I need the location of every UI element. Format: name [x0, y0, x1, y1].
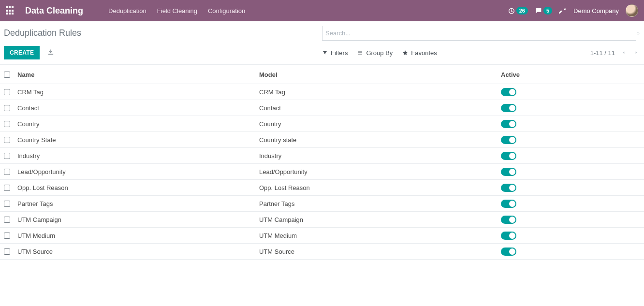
table-row[interactable]: ContactContact: [0, 100, 644, 116]
row-model: Industry: [259, 152, 501, 160]
active-toggle[interactable]: [501, 248, 516, 256]
row-name: Lead/Opportunity: [17, 168, 259, 175]
table-row[interactable]: CRM TagCRM Tag: [0, 84, 644, 100]
row-name: Contact: [17, 104, 259, 112]
nav-left: Data Cleaning Deduplication Field Cleani…: [6, 6, 245, 16]
avatar[interactable]: [626, 4, 638, 17]
list-header: Name Model Active: [0, 65, 644, 84]
favorites-label: Favorites: [411, 49, 437, 57]
table-row[interactable]: Lead/OpportunityLead/Opportunity: [0, 164, 644, 180]
row-checkbox[interactable]: [4, 89, 10, 95]
clock-icon: [508, 7, 515, 15]
table-row[interactable]: Country StateCountry state: [0, 132, 644, 148]
table-row[interactable]: UTM MediumUTM Medium: [0, 228, 644, 244]
download-icon: [47, 49, 54, 56]
row-name: Industry: [17, 152, 259, 160]
row-model: Country state: [259, 136, 501, 144]
col-header-model[interactable]: Model: [259, 71, 501, 78]
pager-prev[interactable]: [620, 49, 628, 57]
row-name: Country State: [17, 136, 259, 144]
select-all-checkbox[interactable]: [4, 72, 10, 78]
apps-icon[interactable]: [6, 6, 15, 15]
control-panel: Deduplication Rules CREATE Filters: [0, 21, 644, 65]
row-checkbox[interactable]: [4, 105, 10, 111]
row-model: Contact: [259, 104, 501, 112]
active-toggle[interactable]: [501, 104, 516, 112]
col-header-active[interactable]: Active: [501, 71, 627, 78]
company-switcher[interactable]: Demo Company: [573, 7, 619, 15]
funnel-icon: [322, 50, 328, 56]
filters-bar: Filters Group By Favorites: [322, 49, 437, 57]
favorites-button[interactable]: Favorites: [402, 49, 437, 57]
row-checkbox[interactable]: [4, 121, 10, 127]
row-checkbox[interactable]: [4, 217, 10, 223]
menu-field-cleaning[interactable]: Field Cleaning: [157, 7, 197, 15]
active-toggle[interactable]: [501, 88, 516, 96]
row-checkbox[interactable]: [4, 137, 10, 143]
pager-next[interactable]: [632, 49, 640, 57]
table-row[interactable]: IndustryIndustry: [0, 148, 644, 164]
row-checkbox[interactable]: [4, 248, 10, 255]
table-row[interactable]: UTM SourceUTM Source: [0, 244, 644, 260]
table-row[interactable]: UTM CampaignUTM Campaign: [0, 212, 644, 228]
wrench-icon[interactable]: [559, 7, 567, 15]
active-toggle[interactable]: [501, 120, 516, 128]
messages-button[interactable]: 5: [535, 7, 552, 15]
chat-icon: [535, 7, 542, 15]
active-toggle[interactable]: [501, 200, 516, 208]
row-name: UTM Medium: [17, 232, 259, 239]
row-model: UTM Source: [259, 248, 501, 255]
pager-text[interactable]: 1-11 / 11: [590, 49, 615, 57]
row-model: Partner Tags: [259, 200, 501, 207]
active-toggle[interactable]: [501, 136, 516, 144]
messages-count: 5: [543, 7, 552, 15]
row-name: Opp. Lost Reason: [17, 184, 259, 191]
list-icon: [357, 50, 363, 56]
pager: 1-11 / 11: [590, 49, 640, 57]
active-toggle[interactable]: [501, 168, 516, 176]
menu-deduplication[interactable]: Deduplication: [108, 7, 146, 15]
row-checkbox[interactable]: [4, 153, 10, 159]
download-button[interactable]: [44, 48, 57, 58]
row-checkbox[interactable]: [4, 169, 10, 175]
app-name[interactable]: Data Cleaning: [25, 6, 83, 16]
nav-right: 26 5 Demo Company: [508, 4, 638, 17]
search-toggle-icon[interactable]: [636, 26, 640, 41]
star-icon: [402, 50, 408, 56]
row-name: Country: [17, 120, 259, 128]
chevron-left-icon: [621, 50, 626, 55]
nav-menu: Deduplication Field Cleaning Configurati…: [108, 7, 245, 15]
search-input[interactable]: [324, 28, 634, 39]
row-model: Opp. Lost Reason: [259, 184, 501, 191]
active-toggle[interactable]: [501, 184, 516, 192]
activity-count: 26: [516, 7, 528, 15]
table-row[interactable]: CountryCountry: [0, 116, 644, 132]
row-model: CRM Tag: [259, 88, 501, 96]
row-checkbox[interactable]: [4, 201, 10, 207]
col-header-name[interactable]: Name: [17, 71, 259, 78]
list-view: Name Model Active CRM TagCRM TagContactC…: [0, 65, 644, 260]
row-model: Lead/Opportunity: [259, 168, 501, 175]
row-name: UTM Source: [17, 248, 259, 255]
breadcrumb: Deduplication Rules: [4, 25, 322, 41]
navbar: Data Cleaning Deduplication Field Cleani…: [0, 0, 644, 21]
chevron-right-icon: [634, 50, 639, 55]
table-row[interactable]: Opp. Lost ReasonOpp. Lost Reason: [0, 180, 644, 196]
active-toggle[interactable]: [501, 216, 516, 224]
row-model: Country: [259, 120, 501, 128]
activity-button[interactable]: 26: [508, 7, 528, 15]
row-checkbox[interactable]: [4, 185, 10, 191]
svg-point-1: [637, 32, 639, 34]
menu-configuration[interactable]: Configuration: [208, 7, 245, 15]
row-model: UTM Medium: [259, 232, 501, 239]
table-row[interactable]: Partner TagsPartner Tags: [0, 196, 644, 212]
filters-button[interactable]: Filters: [322, 49, 348, 57]
filters-label: Filters: [331, 49, 348, 57]
row-name: CRM Tag: [17, 88, 259, 96]
groupby-button[interactable]: Group By: [357, 49, 393, 57]
search-box[interactable]: [322, 26, 636, 41]
create-button[interactable]: CREATE: [4, 46, 40, 59]
row-checkbox[interactable]: [4, 233, 10, 239]
active-toggle[interactable]: [501, 232, 516, 240]
active-toggle[interactable]: [501, 152, 516, 160]
